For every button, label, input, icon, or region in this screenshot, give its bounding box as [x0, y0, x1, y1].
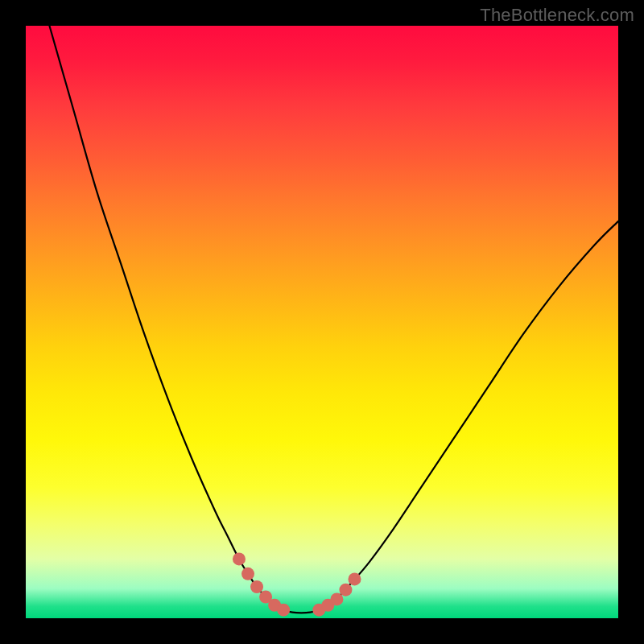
- chart-frame: TheBottleneck.com: [0, 0, 644, 644]
- marker-dot: [250, 580, 263, 593]
- marker-dot: [330, 592, 343, 605]
- marker-dot: [242, 568, 254, 580]
- marker-dot: [348, 572, 361, 585]
- watermark-text: TheBottleneck.com: [480, 5, 634, 26]
- plot-area: [26, 26, 618, 618]
- marker-group: [233, 552, 361, 616]
- marker-dot: [339, 584, 352, 597]
- curve-layer: [26, 26, 618, 618]
- marker-dot: [233, 552, 246, 565]
- marker-dot: [277, 604, 290, 617]
- bottleneck-curve: [49, 26, 618, 613]
